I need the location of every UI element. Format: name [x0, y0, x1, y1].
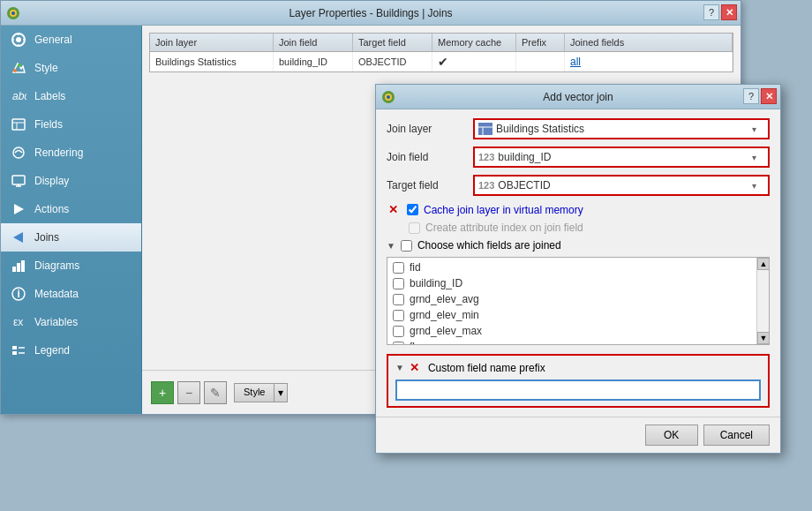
svg-rect-22 — [17, 263, 20, 272]
join-field-value: building_ID — [498, 151, 752, 163]
choose-fields-arrow[interactable]: ▼ — [387, 241, 395, 251]
edit-join-button[interactable]: ✎ — [204, 381, 227, 404]
join-layer-label: Join layer — [387, 123, 466, 135]
field-item-grnd-elev-max: grnd_elev_max — [389, 323, 755, 339]
sidebar-item-joins[interactable]: Joins — [1, 223, 141, 252]
sidebar-item-diagrams[interactable]: Diagrams — [1, 252, 141, 280]
actions-icon — [10, 200, 27, 218]
svg-text:εx: εx — [13, 316, 23, 328]
add-vector-join-dialog: Add vector join ? ✕ Join layer Buildings… — [375, 84, 781, 454]
field-item-fid: fid — [389, 259, 755, 275]
sidebar-item-style[interactable]: Style — [1, 54, 141, 82]
fields-list: fid building_ID grnd_elev_avg grnd_elev_… — [387, 258, 756, 344]
fields-list-container: fid building_ID grnd_elev_avg grnd_elev_… — [387, 257, 770, 345]
sidebar-label-variables: Variables — [34, 316, 78, 328]
ok-button[interactable]: OK — [645, 425, 698, 446]
header-join-layer: Join layer — [150, 34, 274, 51]
header-target-field: Target field — [353, 34, 432, 51]
svg-rect-16 — [12, 176, 25, 184]
sidebar-item-fields[interactable]: Fields — [1, 110, 141, 139]
remove-join-button[interactable]: − — [177, 381, 200, 404]
join-field-row: Join field 123 building_ID ▾ — [387, 147, 770, 168]
field-checkbox-grnd-elev-avg[interactable] — [393, 294, 404, 305]
join-field-dropdown[interactable]: 123 building_ID ▾ — [473, 147, 770, 168]
style-arrow-button[interactable]: ▾ — [274, 383, 288, 402]
dialog-title: Add vector join — [543, 91, 613, 103]
metadata-icon: i — [10, 285, 27, 303]
rendering-icon — [10, 144, 27, 162]
joined-fields-link[interactable]: all — [570, 56, 581, 68]
target-field-value: OBJECTID — [498, 179, 752, 192]
dialog-close-button[interactable]: ✕ — [761, 88, 777, 104]
svg-rect-29 — [12, 351, 17, 355]
prefix-arrow[interactable]: ▼ — [395, 363, 404, 372]
memory-cache-check: ✔ — [438, 55, 448, 69]
header-joined-fields: Joined fields — [565, 34, 733, 51]
target-field-row: Target field 123 OBJECTID ▾ — [387, 175, 770, 196]
header-memory-cache: Memory cache — [432, 34, 516, 51]
svg-marker-20 — [13, 232, 23, 243]
sidebar-item-rendering[interactable]: Rendering — [1, 139, 141, 167]
field-label-building-id: building_ID — [410, 277, 462, 289]
prefix-section: ▼ ✕ Custom field name prefix — [387, 354, 770, 408]
sidebar-item-labels[interactable]: abc Labels — [1, 82, 141, 110]
table-row[interactable]: Buildings Statistics building_ID OBJECTI… — [150, 52, 733, 71]
sidebar-item-general[interactable]: General — [1, 26, 141, 54]
svg-point-10 — [18, 64, 21, 67]
main-window-controls: ? ✕ — [703, 4, 737, 20]
cell-memory-cache: ✔ — [432, 52, 516, 71]
sidebar-item-display[interactable]: Display — [1, 167, 141, 195]
target-field-dropdown[interactable]: 123 OBJECTID ▾ — [473, 175, 770, 196]
sidebar-label-style: Style — [34, 62, 58, 74]
sidebar-label-fields: Fields — [34, 118, 63, 131]
dialog-body: Join layer Buildings Statistics ▾ Join f… — [376, 109, 780, 417]
field-item-building-id: building_ID — [389, 275, 755, 291]
svg-rect-21 — [12, 267, 16, 272]
sidebar-item-variables[interactable]: εx Variables — [1, 308, 141, 336]
choose-fields-checkbox[interactable] — [401, 240, 412, 252]
joins-table: Join layer Join field Target field Memor… — [149, 33, 733, 72]
scroll-down-button[interactable]: ▼ — [757, 332, 770, 344]
choose-fields-label[interactable]: Choose which fields are joined — [417, 239, 561, 252]
cache-join-label[interactable]: Cache join layer in virtual memory — [424, 204, 583, 216]
main-help-button[interactable]: ? — [703, 4, 719, 20]
cancel-button[interactable]: Cancel — [703, 425, 770, 446]
prefix-section-header: ▼ ✕ Custom field name prefix — [395, 361, 761, 374]
sidebar-item-metadata[interactable]: i Metadata — [1, 280, 141, 308]
field-checkbox-fid[interactable] — [393, 262, 404, 274]
sidebar-item-actions[interactable]: Actions — [1, 195, 141, 223]
cell-target-field: OBJECTID — [353, 52, 432, 71]
field-checkbox-building-id[interactable] — [393, 278, 404, 289]
qgis-icon — [6, 6, 20, 20]
join-layer-dropdown[interactable]: Buildings Statistics ▾ — [473, 118, 770, 139]
create-index-checkbox[interactable] — [409, 222, 420, 234]
sidebar-item-legend[interactable]: Legend — [1, 336, 141, 364]
scroll-track — [757, 270, 769, 332]
svg-rect-23 — [21, 260, 25, 272]
join-layer-arrow: ▾ — [752, 124, 764, 134]
dialog-qgis-icon — [381, 90, 395, 104]
dialog-help-button[interactable]: ? — [743, 88, 759, 104]
field-checkbox-floor-avg[interactable] — [393, 342, 404, 345]
field-checkbox-grnd-elev-min[interactable] — [393, 310, 404, 321]
sidebar-label-diagrams: Diagrams — [34, 259, 79, 272]
svg-rect-12 — [12, 119, 25, 130]
cache-join-checkbox[interactable] — [407, 204, 418, 215]
header-prefix: Prefix — [516, 34, 565, 51]
join-field-arrow: ▾ — [752, 153, 764, 162]
cell-join-field: building_ID — [274, 52, 353, 71]
style-button[interactable]: Style — [234, 383, 274, 402]
main-close-button[interactable]: ✕ — [721, 4, 737, 20]
header-join-field: Join field — [274, 34, 353, 51]
sidebar-label-rendering: Rendering — [34, 147, 83, 159]
fields-icon — [10, 116, 27, 133]
cell-prefix — [516, 52, 565, 71]
cache-join-x-icon: ✕ — [388, 203, 398, 216]
cache-join-row: ✕ Cache join layer in virtual memory — [387, 203, 770, 216]
prefix-input[interactable] — [395, 379, 761, 401]
labels-icon: abc — [10, 87, 27, 105]
field-label-grnd-elev-avg: grnd_elev_avg — [410, 293, 479, 305]
add-join-button[interactable]: + — [151, 381, 174, 404]
field-checkbox-grnd-elev-max[interactable] — [393, 326, 404, 337]
scroll-up-button[interactable]: ▲ — [757, 258, 770, 270]
